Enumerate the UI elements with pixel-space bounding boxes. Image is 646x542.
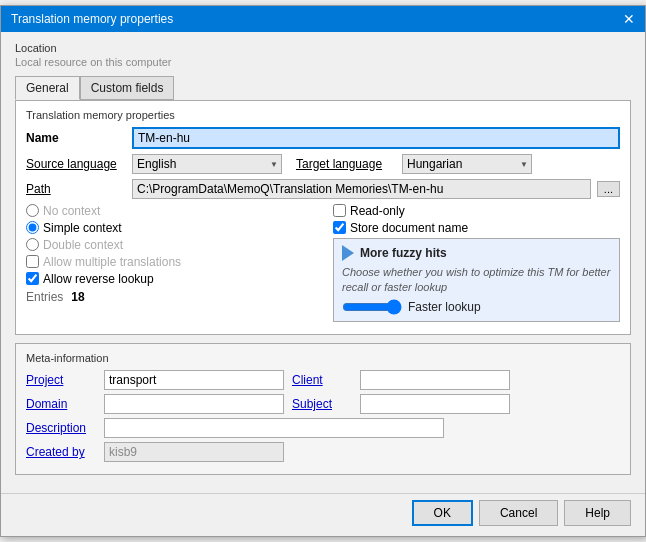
close-button[interactable]: ✕ (623, 12, 635, 26)
double-context-row: Double context (26, 238, 313, 252)
created-by-input (104, 442, 284, 462)
source-language-select[interactable]: English French German (132, 154, 282, 174)
cancel-button[interactable]: Cancel (479, 500, 558, 526)
fuzzy-description: Choose whether you wish to optimize this… (342, 265, 611, 296)
help-button[interactable]: Help (564, 500, 631, 526)
ok-button[interactable]: OK (412, 500, 473, 526)
name-input[interactable] (132, 127, 620, 149)
created-by-row: Created by (26, 442, 620, 462)
source-language-label: Source language (26, 157, 126, 171)
allow-reverse-checkbox[interactable] (26, 272, 39, 285)
description-label: Description (26, 421, 96, 435)
project-label: Project (26, 373, 96, 387)
name-row: Name (26, 127, 620, 149)
no-context-row: No context (26, 204, 313, 218)
properties-group: Translation memory properties Name Sourc… (15, 100, 631, 336)
right-options: Read-only Store document name More fuzzy… (333, 204, 620, 323)
store-document-label: Store document name (350, 221, 468, 235)
domain-label: Domain (26, 397, 96, 411)
double-context-label: Double context (43, 238, 123, 252)
left-options: No context Simple context Double context… (26, 204, 313, 323)
path-label: Path (26, 182, 126, 196)
allow-multiple-row: Allow multiple translations (26, 255, 313, 269)
allow-reverse-row: Allow reverse lookup (26, 272, 313, 286)
dialog-title: Translation memory properties (11, 12, 173, 26)
client-input[interactable] (360, 370, 510, 390)
subject-input[interactable] (360, 394, 510, 414)
no-context-radio[interactable] (26, 204, 39, 217)
dialog-body: Location Local resource on this computer… (1, 32, 645, 494)
tab-bar: General Custom fields (15, 76, 631, 100)
project-input[interactable] (104, 370, 284, 390)
domain-input[interactable] (104, 394, 284, 414)
language-row: Source language English French German Ta… (26, 154, 620, 174)
simple-context-radio[interactable] (26, 221, 39, 234)
entries-value: 18 (71, 290, 84, 304)
description-row: Description (26, 418, 620, 438)
allow-multiple-checkbox[interactable] (26, 255, 39, 268)
title-bar: Translation memory properties ✕ (1, 6, 645, 32)
subject-group: Subject (292, 394, 510, 414)
simple-context-row: Simple context (26, 221, 313, 235)
subject-label: Subject (292, 397, 352, 411)
target-language-select[interactable]: Hungarian English French (402, 154, 532, 174)
location-label: Location (15, 42, 631, 54)
store-doc-row: Store document name (333, 221, 620, 235)
simple-context-label: Simple context (43, 221, 122, 235)
path-row: Path ... (26, 179, 620, 199)
fuzzy-header: More fuzzy hits (342, 245, 611, 261)
name-label: Name (26, 131, 126, 145)
source-language-select-wrapper: English French German (132, 154, 282, 174)
read-only-label: Read-only (350, 204, 405, 218)
location-value: Local resource on this computer (15, 56, 631, 68)
store-document-checkbox[interactable] (333, 221, 346, 234)
read-only-checkbox[interactable] (333, 204, 346, 217)
read-only-row: Read-only (333, 204, 620, 218)
domain-row: Domain Subject (26, 394, 620, 414)
target-language-label: Target language (296, 157, 396, 171)
options-row: No context Simple context Double context… (26, 204, 620, 323)
fuzzy-arrow-icon (342, 245, 354, 261)
tab-custom-fields[interactable]: Custom fields (80, 76, 175, 100)
fuzzy-lookup-label: Faster lookup (408, 300, 481, 314)
fuzzy-title: More fuzzy hits (360, 246, 447, 260)
project-row: Project Client (26, 370, 620, 390)
meta-title: Meta-information (26, 352, 620, 364)
dialog: Translation memory properties ✕ Location… (0, 5, 646, 538)
entries-row: Entries 18 (26, 290, 313, 304)
client-group: Client (292, 370, 510, 390)
tab-general[interactable]: General (15, 76, 80, 100)
slider-row: Faster lookup (342, 299, 611, 315)
group-box-title: Translation memory properties (26, 109, 620, 121)
allow-reverse-label: Allow reverse lookup (43, 272, 154, 286)
entries-label: Entries (26, 290, 63, 304)
target-language-select-wrapper: Hungarian English French (402, 154, 532, 174)
bottom-buttons: OK Cancel Help (1, 493, 645, 536)
fuzzy-panel: More fuzzy hits Choose whether you wish … (333, 238, 620, 323)
browse-button[interactable]: ... (597, 181, 620, 197)
description-input[interactable] (104, 418, 444, 438)
double-context-radio[interactable] (26, 238, 39, 251)
client-label: Client (292, 373, 352, 387)
fuzzy-slider[interactable] (342, 299, 402, 315)
created-by-label: Created by (26, 445, 96, 459)
meta-information-group: Meta-information Project Client Domain S… (15, 343, 631, 475)
no-context-label: No context (43, 204, 100, 218)
path-input[interactable] (132, 179, 591, 199)
allow-multiple-label: Allow multiple translations (43, 255, 181, 269)
